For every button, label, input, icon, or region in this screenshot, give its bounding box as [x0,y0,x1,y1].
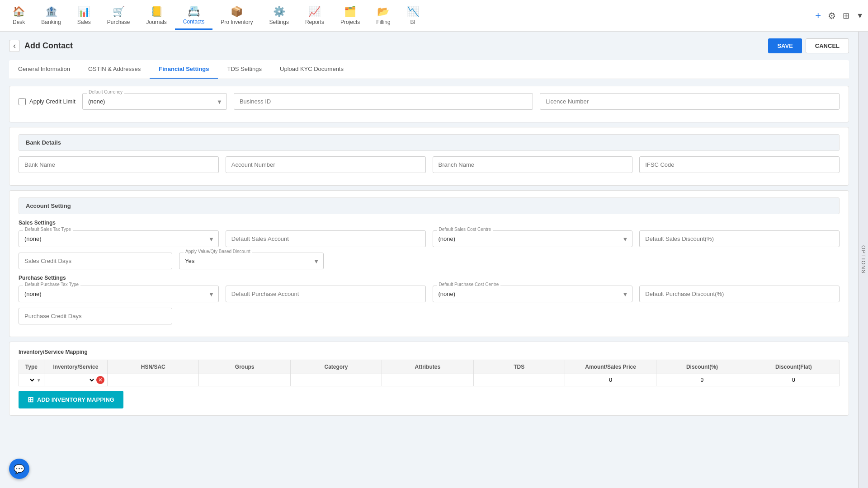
default-purchase-discount-field [639,286,840,302]
chevron-down-icon[interactable]: ▼ [856,12,863,20]
table-column-header: Inventory/Service [44,360,107,374]
default-sales-discount-field [639,230,840,247]
apply-value-qty-select[interactable]: Yes No [179,253,324,269]
nav-item-settings[interactable]: ⚙️ Settings [261,2,297,30]
tabs-bar: General InformationGSTIN & AddressesFina… [9,60,849,79]
row-type-select[interactable] [22,376,36,384]
business-id-input[interactable] [234,93,533,110]
row-tds-input[interactable] [476,377,562,383]
default-purchase-tax-label: Default Purchase Tax Type [23,282,80,287]
main-content: ‹ Add Contact SAVE CANCEL General Inform… [0,32,858,488]
branch-name-input[interactable] [433,156,633,173]
options-bar[interactable]: OPTIONS [858,32,868,488]
table-column-header: Groups [199,360,290,374]
table-column-header: Type [19,360,44,374]
default-sales-tax-select[interactable]: (none) [19,230,219,247]
back-button[interactable]: ‹ [9,40,20,52]
add-icon[interactable]: + [815,10,821,22]
purchase-settings-label: Purchase Settings [19,275,840,281]
add-inventory-mapping-button[interactable]: ⊞ ADD INVENTORY MAPPING [19,391,123,408]
bi-label: BI [410,19,415,25]
purchase-credit-days-input[interactable] [19,308,172,324]
ifsc-code-input[interactable] [639,156,840,173]
nav-item-bi[interactable]: 📉 BI [399,2,427,30]
default-currency-label: Default Currency [87,89,124,94]
filling-icon: 📂 [377,6,389,18]
row-groups-input[interactable] [202,377,287,383]
bi-icon: 📉 [407,6,419,18]
nav-item-reports[interactable]: 📈 Reports [297,2,332,30]
row-category-cell [290,374,382,386]
row-attributes-input[interactable] [385,377,470,383]
sales-settings-label: Sales Settings [19,220,840,226]
default-sales-cost-centre-select[interactable]: (none) [433,230,633,247]
sales-credit-days-input[interactable] [19,253,172,269]
apply-credit-limit-row: Apply Credit Limit [19,98,75,105]
sales-icon: 📊 [78,6,90,18]
default-sales-cost-centre-field: Default Sales Cost Centre (none) ▼ [433,230,633,247]
row-category-input[interactable] [293,377,379,383]
banking-label: Banking [41,19,61,25]
tab-general[interactable]: General Information [9,60,79,79]
tab-kyc[interactable]: Upload KYC Documents [271,60,353,79]
default-currency-select[interactable]: (none) [82,93,227,110]
ifsc-code-field [639,156,840,173]
settings-icon[interactable]: ⚙ [828,10,836,21]
nav-item-filling[interactable]: 📂 Filling [368,2,398,30]
bank-name-field [19,156,219,173]
tab-financial[interactable]: Financial Settings [150,60,218,79]
default-purchase-discount-input[interactable] [639,286,840,302]
apply-credit-limit-checkbox[interactable] [19,98,26,105]
journals-icon: 📒 [151,6,163,18]
apply-value-qty-label: Apply Value/Qty Based Discount [184,249,252,254]
default-purchase-account-input[interactable] [226,286,426,302]
bank-name-input[interactable] [19,156,219,173]
pro-inventory-label: Pro Inventory [221,19,253,25]
projects-icon: 🗂️ [344,6,356,18]
nav-item-contacts[interactable]: 📇 Contacts [175,2,212,30]
chat-icon[interactable]: 💬 [9,459,29,479]
add-mapping-label: ADD INVENTORY MAPPING [37,396,114,403]
nav-item-banking[interactable]: 🏦 Banking [33,2,69,30]
cancel-button[interactable]: CANCEL [806,38,849,53]
purchase-label: Purchase [107,19,130,25]
grid-icon[interactable]: ⊞ [843,11,849,21]
purchase-icon: 🛒 [113,6,125,18]
row-amount-input[interactable] [568,377,653,383]
tab-gstin[interactable]: GSTIN & Addresses [79,60,150,79]
row-inventory-cell: ✕ [44,374,107,386]
desk-icon: 🏠 [13,6,25,18]
nav-item-sales[interactable]: 📊 Sales [69,2,99,30]
default-purchase-cost-centre-select[interactable]: (none) [433,286,633,302]
row-discount-flat-cell [748,374,839,386]
bank-details-card: Bank Details [9,127,849,186]
default-currency-field: Default Currency (none) ▼ [82,93,227,110]
nav-item-projects[interactable]: 🗂️ Projects [332,2,368,30]
top-navigation: 🏠 Desk🏦 Banking📊 Sales🛒 Purchase📒 Journa… [0,0,868,32]
sales-row-2: Apply Value/Qty Based Discount Yes No ▼ [19,253,840,269]
mapping-table-wrapper: TypeInventory/ServiceHSN/SACGroupsCatego… [19,360,840,386]
account-number-input[interactable] [226,156,426,173]
account-setting-card: Account Setting Sales Settings Default S… [9,190,849,337]
nav-item-journals[interactable]: 📒 Journals [138,2,175,30]
default-sales-discount-input[interactable] [639,230,840,247]
table-column-header: Amount/Sales Price [565,360,656,374]
desk-label: Desk [13,19,25,25]
default-purchase-tax-select[interactable]: (none) [19,286,219,302]
row-attributes-cell [382,374,473,386]
row-inventory-select[interactable] [47,376,95,384]
licence-number-input[interactable] [540,93,840,110]
purchase-row-2 [19,308,840,324]
row-discount-flat-input[interactable] [751,377,836,383]
row-discount-pct-input[interactable] [659,377,745,383]
delete-row-button[interactable]: ✕ [96,376,104,384]
apply-credit-limit-label: Apply Credit Limit [29,98,75,105]
add-mapping-icon: ⊞ [28,395,33,404]
tab-tds[interactable]: TDS Settings [218,60,271,79]
save-button[interactable]: SAVE [768,38,802,53]
default-sales-account-input[interactable] [226,230,426,247]
nav-item-pro-inventory[interactable]: 📦 Pro Inventory [212,2,261,30]
nav-item-purchase[interactable]: 🛒 Purchase [99,2,138,30]
nav-item-desk[interactable]: 🏠 Desk [5,2,33,30]
row-hsn-input[interactable] [110,377,196,383]
